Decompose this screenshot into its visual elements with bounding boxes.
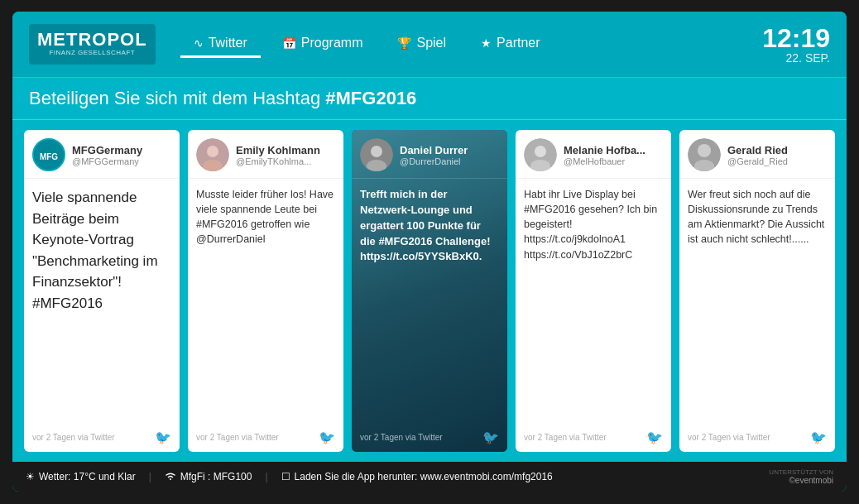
tweet-user-gerald: Gerald Ried @Gerald_Ried (679, 130, 835, 179)
nav-item-partner[interactable]: ★ Partner (468, 31, 553, 58)
tweets-area: MFG MFGGermany @MFGGermany Viele spannen… (12, 120, 847, 462)
user-name-emily: Emily Kohlmann (236, 144, 320, 156)
time-area: 12:19 22. SEP. (762, 25, 830, 65)
date-display: 22. SEP. (762, 51, 830, 65)
footer-left: ☀ Wetter: 17°C und Klar | MfgFi : MFG100… (26, 471, 553, 483)
wifi-text: MfgFi : MFG100 (180, 471, 252, 482)
nav-label-twitter: Twitter (209, 36, 247, 50)
user-handle-melanie: @MelHofbauer (564, 156, 645, 166)
logo: METROPOL FINANZ GESELLSCHAFT (29, 24, 156, 64)
user-info-emily: Emily Kohlmann @EmilyTKohlma... (236, 144, 320, 166)
tweet-body-daniel: Trefft mich in der Netzwerk-Lounge und e… (352, 179, 507, 425)
trophy-icon: 🏆 (397, 36, 411, 50)
user-handle-metropol: @MFGGermany (72, 156, 142, 166)
nav: ∿ Twitter 📅 Programm 🏆 Spiel ★ Partner (180, 31, 762, 58)
nav-label-programm: Programm (301, 36, 363, 50)
tweet-card-emily: Emily Kohlmann @EmilyTKohlma... Musste l… (188, 130, 343, 452)
weather-icon: ☀ (26, 471, 35, 482)
hashtag-banner: Beteiligen Sie sich mit dem Hashtag #MFG… (12, 78, 847, 120)
footer-divider-2: | (265, 471, 267, 482)
time-display: 12:19 (762, 25, 830, 51)
tweet-time-metropol: vor 2 Tagen via Twitter (32, 433, 115, 442)
app-icon: ☐ (281, 471, 290, 482)
avatar-melanie (524, 138, 557, 171)
calendar-icon: 📅 (282, 36, 296, 50)
user-info-daniel: Daniel Durrer @DurrerDaniel (400, 144, 468, 166)
user-name-melanie: Melanie Hofba... (564, 144, 645, 156)
tweet-footer-emily: vor 2 Tagen via Twitter 🐦 (188, 425, 343, 452)
tweet-user-metropol: MFG MFGGermany @MFGGermany (24, 130, 180, 179)
twitter-bird-icon-melanie: 🐦 (646, 430, 663, 445)
tweet-card-metropol: MFG MFGGermany @MFGGermany Viele spannen… (24, 130, 180, 452)
avatar-daniel (360, 138, 393, 171)
nav-item-programm[interactable]: 📅 Programm (269, 31, 377, 58)
weather-text: Wetter: 17°C und Klar (39, 471, 136, 482)
user-name-daniel: Daniel Durrer (400, 144, 468, 156)
star-icon: ★ (481, 36, 492, 50)
nav-label-spiel: Spiel (416, 36, 446, 50)
logo-main: METROPOL (37, 31, 147, 49)
user-info-melanie: Melanie Hofba... @MelHofbauer (564, 144, 645, 166)
tweet-time-gerald: vor 2 Tagen via Twitter (688, 433, 770, 442)
tweet-body-metropol: Viele spannende Beiträge beim Keynote-Vo… (24, 179, 180, 425)
tweet-body-melanie: Habt ihr Live Display bei #MFG2016 geseh… (516, 179, 671, 425)
footer-brand-label: UNTERSTÜTZT VON (769, 468, 833, 476)
svg-point-12 (698, 144, 711, 157)
tweet-time-daniel: vor 2 Tagen via Twitter (360, 433, 443, 442)
user-handle-emily: @EmilyTKohlma... (236, 156, 320, 166)
footer: ☀ Wetter: 17°C und Klar | MfgFi : MFG100… (12, 462, 847, 492)
tweet-footer-metropol: vor 2 Tagen via Twitter 🐦 (24, 425, 180, 452)
tweet-card-daniel: Daniel Durrer @DurrerDaniel Trefft mich … (352, 130, 507, 452)
hashtag-bold: #MFG2016 (325, 88, 416, 108)
svg-point-6 (371, 146, 382, 157)
tweet-user-daniel: Daniel Durrer @DurrerDaniel (352, 130, 507, 179)
footer-brand-name: ©eventmobi (789, 476, 833, 485)
tweet-body-gerald: Wer freut sich noch auf die Diskussionsr… (679, 179, 835, 425)
user-info-metropol: MFGGermany @MFGGermany (72, 144, 142, 166)
tweet-user-melanie: Melanie Hofba... @MelHofbauer (516, 130, 671, 179)
svg-point-3 (207, 146, 218, 157)
tweet-time-emily: vor 2 Tagen via Twitter (196, 433, 279, 442)
avatar-gerald (688, 138, 721, 171)
tweet-user-emily: Emily Kohlmann @EmilyTKohlma... (188, 130, 343, 179)
twitter-bird-icon: 🐦 (155, 430, 171, 445)
footer-brand: UNTERSTÜTZT VON ©eventmobi (769, 468, 833, 485)
user-handle-daniel: @DurrerDaniel (400, 156, 468, 166)
user-handle-gerald: @Gerald_Ried (727, 156, 788, 166)
tweet-body-emily: Musste leider früher los! Have viele spa… (188, 179, 343, 425)
avatar-metropol: MFG (32, 138, 65, 171)
hashtag-regular: Beteiligen Sie sich mit dem Hashtag (29, 88, 325, 108)
logo-sub: FINANZ GESELLSCHAFT (37, 49, 147, 57)
avatar-emily (196, 138, 229, 171)
nav-item-spiel[interactable]: 🏆 Spiel (384, 31, 459, 58)
wifi-icon (165, 471, 176, 483)
tweet-footer-gerald: vor 2 Tagen via Twitter 🐦 (679, 425, 835, 452)
twitter-bird-icon-daniel: 🐦 (482, 430, 499, 445)
header: METROPOL FINANZ GESELLSCHAFT ∿ Twitter 📅… (12, 12, 847, 78)
user-info-gerald: Gerald Ried @Gerald_Ried (727, 144, 788, 166)
footer-weather: ☀ Wetter: 17°C und Klar (26, 471, 136, 482)
hashtag-text: Beteiligen Sie sich mit dem Hashtag #MFG… (29, 88, 416, 108)
user-name-metropol: MFGGermany (72, 144, 142, 156)
footer-wifi: MfgFi : MFG100 (165, 471, 252, 483)
svg-text:MFG: MFG (40, 152, 58, 161)
rss-icon: ∿ (194, 36, 204, 50)
tweet-footer-melanie: vor 2 Tagen via Twitter 🐦 (516, 425, 671, 452)
tweet-time-melanie: vor 2 Tagen via Twitter (524, 433, 607, 442)
twitter-bird-icon-gerald: 🐦 (810, 430, 827, 445)
nav-item-twitter[interactable]: ∿ Twitter (180, 31, 261, 58)
twitter-bird-icon-emily: 🐦 (319, 430, 335, 445)
app-text: Laden Sie die App herunter: www.eventmob… (295, 471, 553, 482)
tweet-card-gerald: Gerald Ried @Gerald_Ried Wer freut sich … (679, 130, 835, 452)
main-screen: METROPOL FINANZ GESELLSCHAFT ∿ Twitter 📅… (12, 12, 847, 492)
nav-label-partner: Partner (497, 36, 540, 50)
svg-point-9 (535, 146, 546, 157)
footer-divider-1: | (149, 471, 151, 482)
tweet-footer-daniel: vor 2 Tagen via Twitter 🐦 (352, 425, 507, 452)
tweet-card-melanie: Melanie Hofba... @MelHofbauer Habt ihr L… (516, 130, 671, 452)
user-name-gerald: Gerald Ried (727, 144, 788, 156)
footer-app: ☐ Laden Sie die App herunter: www.eventm… (281, 471, 553, 482)
